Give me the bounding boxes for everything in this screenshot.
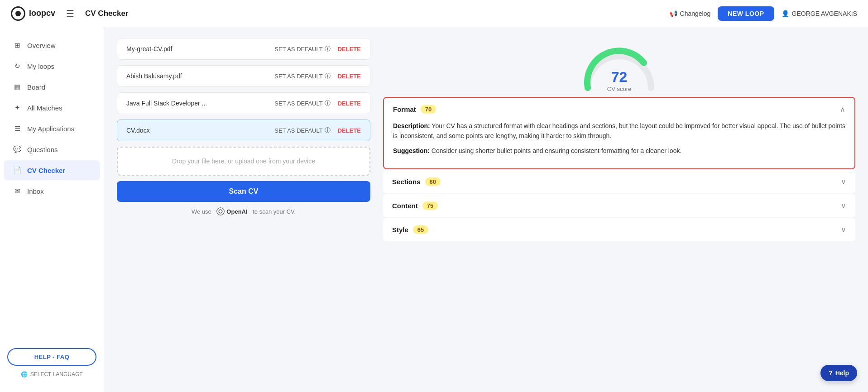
sidebar-bottom: HELP - FAQ 🌐 SELECT LANGUAGE	[0, 341, 104, 385]
sidebar-nav: ⊞ Overview ↻ My loops ▦ Board ✦ All Matc…	[0, 34, 104, 341]
cv-name-2: Abish Balusamy.pdf	[126, 72, 182, 80]
accordion-content-format: Description: Your CV has a structured fo…	[384, 121, 854, 168]
accordion-header-style[interactable]: Style 65 ∨	[383, 218, 855, 241]
openai-notice: We use OpenAI to scan your CV.	[117, 207, 370, 215]
info-icon-1: ⓘ	[325, 45, 331, 53]
logo-text: loopcv	[29, 9, 55, 18]
sidebar-item-my-applications[interactable]: ☰ My Applications	[4, 119, 100, 139]
set-default-btn-2[interactable]: SET AS DEFAULT ⓘ	[274, 72, 330, 80]
score-label: CV score	[607, 86, 631, 92]
sidebar-item-inbox[interactable]: ✉ Inbox	[4, 181, 100, 201]
cv-actions-3: SET AS DEFAULT ⓘ DELETE	[274, 99, 361, 107]
info-icon-4: ⓘ	[325, 126, 331, 134]
accordion-title-style: Style	[392, 226, 408, 234]
apps-icon: ☰	[13, 124, 22, 133]
set-default-label-4: SET AS DEFAULT	[274, 127, 322, 134]
set-default-label-1: SET AS DEFAULT	[274, 46, 322, 53]
format-suggestion-label: Suggestion:	[393, 147, 430, 154]
sidebar-item-all-matches[interactable]: ✦ All Matches	[4, 98, 100, 118]
sidebar: ⊞ Overview ↻ My loops ▦ Board ✦ All Matc…	[0, 27, 104, 392]
set-default-btn-1[interactable]: SET AS DEFAULT ⓘ	[274, 45, 330, 53]
set-default-label-3: SET AS DEFAULT	[274, 100, 322, 107]
user-icon: 👤	[782, 10, 789, 17]
openai-notice-text: We use	[192, 208, 211, 215]
sidebar-item-my-loops[interactable]: ↻ My loops	[4, 56, 100, 76]
cv-row-3: Java Full Stack Developer ... SET AS DEF…	[117, 92, 370, 114]
page-title: CV Checker	[85, 9, 128, 18]
format-description-text: Your CV has a structured format with cle…	[393, 122, 845, 139]
topbar-left: loopcv ☰ CV Checker	[11, 6, 128, 21]
delete-btn-4[interactable]: DELETE	[338, 127, 361, 134]
set-default-btn-4[interactable]: SET AS DEFAULT ⓘ	[274, 126, 330, 134]
accordion-header-content[interactable]: Content 75 ∨	[383, 194, 855, 217]
grid-icon: ⊞	[13, 41, 22, 50]
score-badge-format: 70	[421, 105, 436, 114]
sidebar-label-board: Board	[27, 83, 45, 91]
select-language[interactable]: 🌐 SELECT LANGUAGE	[7, 371, 96, 378]
user-info: 👤 GEORGE AVGENAKIS	[782, 10, 857, 17]
sidebar-item-cv-checker[interactable]: 📄 CV Checker	[4, 160, 100, 180]
cv-row-2: Abish Balusamy.pdf SET AS DEFAULT ⓘ DELE…	[117, 65, 370, 87]
cv-actions-2: SET AS DEFAULT ⓘ DELETE	[274, 72, 361, 80]
info-icon-3: ⓘ	[325, 99, 331, 107]
score-number: 72	[607, 69, 631, 86]
cv-name-4: CV.docx	[126, 127, 150, 134]
accordion-header-format[interactable]: Format 70 ∧	[384, 98, 854, 121]
chevron-down-icon-content: ∨	[841, 201, 846, 210]
format-suggestion: Suggestion: Consider using shorter bulle…	[393, 146, 845, 156]
changelog-icon: 📢	[670, 10, 677, 17]
user-name: GEORGE AVGENAKIS	[792, 10, 857, 17]
accordion-title-group-sections: Sections 80	[392, 177, 441, 186]
svg-point-0	[217, 208, 225, 215]
help-fab[interactable]: ? Help	[820, 365, 857, 381]
sidebar-label-my-applications: My Applications	[27, 125, 74, 133]
cv-actions-1: SET AS DEFAULT ⓘ DELETE	[274, 45, 361, 53]
help-fab-label: Help	[835, 369, 849, 377]
format-description-label: Description:	[393, 122, 430, 129]
accordion-content: Content 75 ∨	[383, 194, 855, 217]
sidebar-label-overview: Overview	[27, 42, 56, 49]
chevron-up-icon-format: ∧	[840, 105, 845, 114]
topbar-right: 📢 Changelog NEW LOOP 👤 GEORGE AVGENAKIS	[670, 6, 857, 21]
help-faq-button[interactable]: HELP - FAQ	[7, 348, 96, 366]
hamburger-icon[interactable]: ☰	[66, 8, 74, 19]
upload-placeholder: Drop your file here, or upload one from …	[172, 158, 315, 165]
delete-btn-2[interactable]: DELETE	[338, 73, 361, 80]
delete-btn-1[interactable]: DELETE	[338, 46, 361, 53]
accordion-style: Style 65 ∨	[383, 218, 855, 241]
left-panel: My-great-CV.pdf SET AS DEFAULT ⓘ DELETE …	[117, 38, 370, 381]
accordion-title-format: Format	[393, 105, 416, 113]
chevron-down-icon-sections: ∨	[841, 177, 846, 186]
sidebar-label-all-matches: All Matches	[27, 104, 62, 112]
sidebar-item-overview[interactable]: ⊞ Overview	[4, 35, 100, 55]
score-text: 72 CV score	[607, 69, 631, 92]
accordion-title-sections: Sections	[392, 178, 421, 186]
upload-zone[interactable]: Drop your file here, or upload one from …	[117, 147, 370, 176]
board-icon: ▦	[13, 82, 22, 91]
set-default-btn-3[interactable]: SET AS DEFAULT ⓘ	[274, 99, 330, 107]
new-loop-button[interactable]: NEW LOOP	[718, 6, 774, 21]
questions-icon: 💬	[13, 145, 22, 154]
matches-icon: ✦	[13, 103, 22, 112]
accordion-title-content: Content	[392, 202, 418, 210]
changelog-button[interactable]: 📢 Changelog	[670, 10, 711, 17]
sidebar-item-questions[interactable]: 💬 Questions	[4, 139, 100, 159]
sidebar-label-questions: Questions	[27, 146, 58, 153]
cv-name-3: Java Full Stack Developer ...	[126, 100, 207, 107]
score-section: 72 CV score	[383, 38, 855, 97]
main-layout: ⊞ Overview ↻ My loops ▦ Board ✦ All Matc…	[0, 27, 868, 392]
scan-cv-button[interactable]: Scan CV	[117, 181, 370, 202]
select-language-label: SELECT LANGUAGE	[30, 371, 83, 378]
chevron-down-icon-style: ∨	[841, 225, 846, 234]
openai-logo-icon	[216, 207, 225, 215]
changelog-label: Changelog	[680, 10, 711, 17]
help-fab-icon: ?	[829, 369, 833, 377]
format-description: Description: Your CV has a structured fo…	[393, 121, 845, 141]
refresh-icon: ↻	[13, 62, 22, 71]
score-badge-sections: 80	[425, 177, 441, 186]
accordion-title-group-format: Format 70	[393, 105, 436, 114]
sidebar-item-board[interactable]: ▦ Board	[4, 77, 100, 97]
delete-btn-3[interactable]: DELETE	[338, 100, 361, 107]
logo-inner-dot	[15, 11, 21, 16]
accordion-header-sections[interactable]: Sections 80 ∨	[383, 170, 855, 193]
